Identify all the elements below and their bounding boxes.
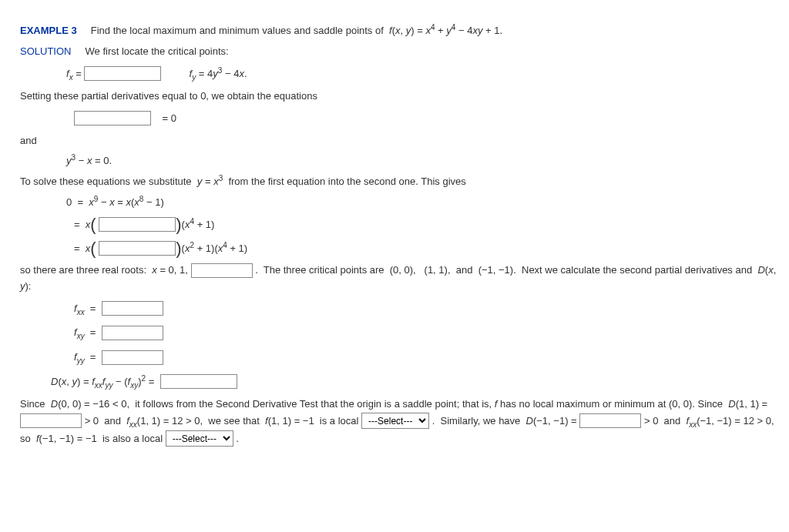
select-1[interactable]: ---Select--- — [361, 413, 429, 429]
Dxy-row: D(x, y) = fxxfyy − (fxy)2 = — [51, 373, 781, 393]
intro-text: We first locate the critical points: — [86, 45, 229, 57]
fx-label: fx = — [66, 68, 82, 79]
fxy-input[interactable] — [102, 326, 163, 340]
roots-input[interactable] — [191, 263, 253, 278]
eqC-input[interactable] — [99, 241, 176, 256]
eqB-input[interactable] — [99, 217, 176, 232]
y3-eq: y3 − x = 0. — [66, 153, 781, 169]
eqC-pre: = x — [74, 243, 90, 254]
fy-eq: fy = 4y3 − 4x. — [190, 68, 247, 79]
Dxy-input[interactable] — [160, 374, 237, 389]
fyy-label: fyy = — [74, 351, 96, 363]
and-label: and — [20, 133, 781, 149]
roots-line: so there are three real roots: x = 0, 1,… — [20, 263, 781, 295]
select-2[interactable]: ---Select--- — [166, 430, 233, 447]
example-label: EXAMPLE 3 — [20, 25, 77, 36]
eqC-post: (x2 + 1)(x4 + 1) — [182, 243, 248, 254]
p3: . Similarly, we have D(−1, −1) = — [432, 415, 580, 427]
eqB-pre: = x — [74, 219, 90, 230]
eq-zero-input[interactable] — [74, 111, 151, 125]
fx-fy-row: fx = fy = 4y3 − 4x. — [66, 65, 781, 85]
fxx-row: fxx = — [74, 299, 781, 320]
fxy-label: fxy = — [74, 326, 96, 338]
subst-text: To solve these equations we substitute y… — [20, 174, 781, 190]
example-header: EXAMPLE 3 Find the local maximum and min… — [20, 23, 781, 39]
fxy-row: fxy = — [74, 323, 781, 343]
solution-line: SOLUTION We first locate the critical po… — [20, 44, 781, 60]
setting-text: Setting these partial derivatives equal … — [20, 89, 781, 105]
solution-label: SOLUTION — [20, 45, 71, 57]
eq-zero-rhs: = 0 — [162, 112, 176, 124]
roots-pre: so there are three real roots: x = 0, 1, — [20, 264, 188, 276]
fxx-label: fxx = — [74, 303, 96, 314]
p5: . — [236, 433, 239, 444]
eqA: 0 = x9 − x = x(x8 − 1) — [66, 195, 781, 211]
D11-input[interactable] — [20, 413, 82, 428]
fyy-input[interactable] — [102, 350, 163, 365]
Dxy-label: D(x, y) = fxxfyy − (fxy)2 = — [51, 376, 154, 387]
conclusion: Since D(0, 0) = −16 < 0, it follows from… — [20, 396, 781, 447]
p2: > 0 and fxx(1, 1) = 12 > 0, we see that … — [85, 415, 361, 427]
fx-input[interactable] — [84, 66, 161, 81]
eqB-post: (x4 + 1) — [182, 219, 215, 230]
eqC-row: = x( )(x2 + 1)(x4 + 1) — [74, 239, 781, 259]
fyy-row: fyy = — [74, 348, 781, 368]
example-text: Find the local maximum and minimum value… — [91, 25, 502, 36]
eq-zero-row: = 0 — [74, 109, 781, 129]
fxx-input[interactable] — [102, 301, 163, 316]
Dm1m1-input[interactable] — [579, 413, 641, 428]
p1: Since D(0, 0) = −16 < 0, it follows from… — [20, 398, 767, 410]
eqB-row: = x( )(x4 + 1) — [74, 216, 781, 235]
